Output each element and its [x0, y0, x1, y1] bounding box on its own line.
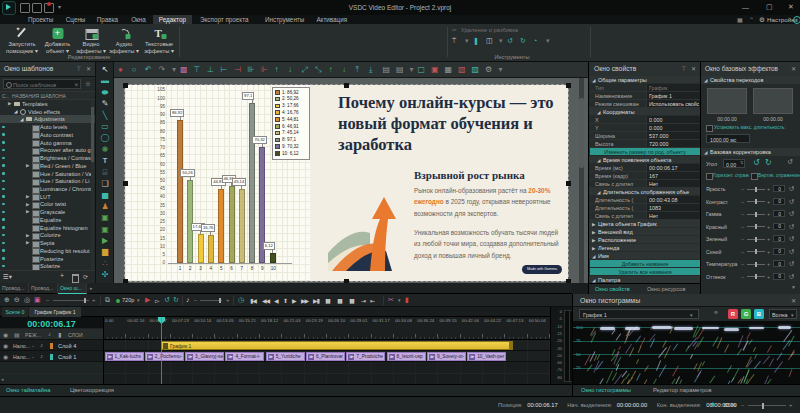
pencil-tool-icon[interactable]: ✎	[96, 99, 114, 108]
slider-thumb-7[interactable]	[755, 274, 757, 279]
panel-tab-0[interactable]: Провод...	[0, 283, 29, 293]
undo-icon[interactable]: ↶	[145, 65, 152, 75]
prop-section[interactable]: ▶Внешний вид	[589, 228, 701, 236]
properties-pin-icon[interactable]: ⊤	[681, 65, 686, 72]
align-left-icon[interactable]: ⊣	[234, 65, 241, 75]
fx-section-1[interactable]: ◢Свойства переходов	[701, 76, 800, 84]
tree-view-icon[interactable]: ☰▾	[3, 273, 12, 281]
shrink-icon[interactable]: ⤡	[315, 65, 321, 75]
transport-3[interactable]: ⬆	[283, 297, 287, 304]
lock-all-icon[interactable]: ▤	[14, 331, 20, 338]
move-up-icon[interactable]: ↑	[275, 65, 279, 75]
transport-6[interactable]: ▶▮	[313, 297, 319, 304]
timeline-tab-1[interactable]: Цветокоррекция	[68, 385, 116, 396]
selection-handle[interactable]	[566, 181, 571, 186]
effects-close-icon[interactable]: ✕	[791, 65, 796, 72]
transport-5[interactable]: ▶▶	[301, 297, 308, 304]
align-right-icon[interactable]: ⊩	[261, 65, 268, 75]
made-with-badge[interactable]: Made with Gamma	[522, 265, 562, 274]
clip-graph[interactable]: График 1	[161, 341, 513, 350]
rect-outline-tool-icon[interactable]: ▭	[96, 122, 114, 131]
status-zoom-thumb[interactable]	[762, 403, 764, 409]
status-zoom-track[interactable]	[748, 405, 786, 406]
crop-tool-icon[interactable]: ◫	[486, 37, 493, 45]
layer-track-Слой 1[interactable]: ≫1_Kak-luchs≫2_Pochemu-≫3_Glavnyj-se≫4_F…	[103, 351, 550, 362]
info-icon[interactable]: i	[793, 16, 800, 24]
slider-minus-3[interactable]: −	[741, 224, 744, 230]
text-cursor-icon[interactable]: ⍑	[452, 37, 456, 45]
histogram-tab-1[interactable]: Редактор параметров	[651, 385, 714, 396]
slider-thumb-5[interactable]	[755, 249, 757, 254]
redo-caret-icon[interactable]: ▾	[172, 65, 176, 75]
tree-item[interactable]: Equalize	[0, 216, 95, 224]
transport-1[interactable]: ◀◀	[262, 297, 269, 304]
menu-item-7[interactable]: Активация	[310, 15, 353, 24]
angle-spinner[interactable]: ⇅	[740, 160, 743, 165]
ribbon-button-2[interactable]: Видеоэффекты ▾	[75, 26, 107, 54]
menu-item-0[interactable]: Проекты	[22, 15, 59, 24]
menu-item-6[interactable]: Инструменты	[259, 15, 310, 24]
align-middle-icon[interactable]: ⊥	[207, 65, 214, 75]
clip-7[interactable]: ≫7_Prodviche	[346, 352, 385, 361]
tree-item[interactable]: ▶Color twist	[0, 200, 95, 208]
transport-11[interactable]: ⇤	[370, 297, 374, 304]
slider-reset-5[interactable]: ↺	[789, 248, 794, 256]
tree-item[interactable]: ◢Video effects	[0, 108, 95, 116]
expand-icon[interactable]: ▶	[26, 194, 29, 199]
ribbon-button-1[interactable]: +Добавитьобъект ▾	[41, 26, 74, 54]
pb-redo-icon[interactable]: ↻	[173, 296, 179, 304]
slider-minus-6[interactable]: −	[741, 261, 744, 267]
canvas-vscroll-thumb[interactable]	[579, 98, 584, 168]
status-zoom-plus[interactable]: +	[789, 402, 793, 408]
caret2-icon[interactable]: ▾	[499, 37, 503, 45]
rotate-ccw-icon[interactable]: ↺	[507, 37, 513, 45]
slider-plus-3[interactable]: +	[767, 224, 770, 230]
resolution-label[interactable]: 720p	[122, 297, 134, 303]
menu-item-2[interactable]: Правка	[91, 15, 124, 24]
slider-minus-7[interactable]: −	[741, 274, 744, 280]
max-duration-checkbox[interactable]	[706, 125, 713, 132]
histogram-link-icon[interactable]: ⚭	[713, 309, 719, 317]
marker-icon[interactable]: ▣	[34, 296, 41, 304]
record-icon[interactable]: ●	[118, 65, 123, 75]
rectangle-tool-icon[interactable]: ▬	[96, 76, 114, 85]
slider-thumb-0[interactable]	[755, 187, 757, 192]
slide[interactable]: 0510152025303540455055606570758085909510…	[125, 85, 568, 281]
expand-icon[interactable]: ▶	[8, 101, 11, 106]
tree-item[interactable]: ▶Colorize	[0, 231, 95, 239]
settings-icon[interactable]: ⚙	[485, 65, 492, 75]
split-icon[interactable]: ❚	[473, 37, 479, 45]
maximize-button[interactable]: ▢	[766, 3, 773, 11]
blend-icon[interactable]: ▨	[472, 65, 480, 75]
slider-reset-2[interactable]: ↺	[789, 210, 794, 218]
slider-value-2[interactable]: 0	[773, 210, 785, 217]
tree-item[interactable]: ◢Adjustments	[0, 115, 95, 123]
prop-section[interactable]: ◢Имя	[589, 252, 701, 260]
menu-item-4[interactable]: Редактор	[153, 15, 192, 24]
sprite-tool-icon[interactable]: ✣	[96, 270, 114, 279]
save-as-icon[interactable]	[32, 3, 42, 13]
slider-minus-2[interactable]: −	[741, 211, 744, 217]
clip-5[interactable]: ≫5_Yuridiche	[266, 352, 305, 361]
histogram-mode-dropdown[interactable]: Волна▾	[769, 309, 797, 319]
slider-plus-1[interactable]: +	[767, 199, 770, 205]
ungroup-icon[interactable]: ▧	[458, 65, 466, 75]
prop-button[interactable]: Удалить все названия	[590, 268, 700, 276]
cut-caret[interactable]: ▾	[398, 297, 401, 303]
fx-section-2[interactable]: ◢Базовая корректировка	[701, 148, 800, 156]
copy-icon[interactable]: ▤	[383, 65, 391, 75]
redo-icon[interactable]: ↷	[159, 65, 166, 75]
text-tool-icon[interactable]: T	[96, 156, 114, 165]
slider-thumb-4[interactable]	[755, 237, 757, 242]
video-all-icon[interactable]: ▮	[58, 331, 61, 338]
status-snap-icon[interactable]: ❖	[710, 401, 716, 409]
slider-reset-7[interactable]: ↺	[789, 273, 794, 281]
slider-plus-6[interactable]: +	[767, 261, 770, 267]
clock-icon[interactable]: ◷	[238, 296, 244, 304]
preview-screen-icon[interactable]: ⧉	[105, 296, 110, 304]
tree-item[interactable]: Recover after auto g	[0, 146, 95, 154]
pb-undo-icon[interactable]: ↺	[164, 296, 170, 304]
speed-icon[interactable]: ◔	[533, 37, 537, 44]
animation-tool-icon[interactable]: ♟	[96, 202, 114, 211]
tl-zoom-thumb[interactable]	[84, 298, 86, 303]
